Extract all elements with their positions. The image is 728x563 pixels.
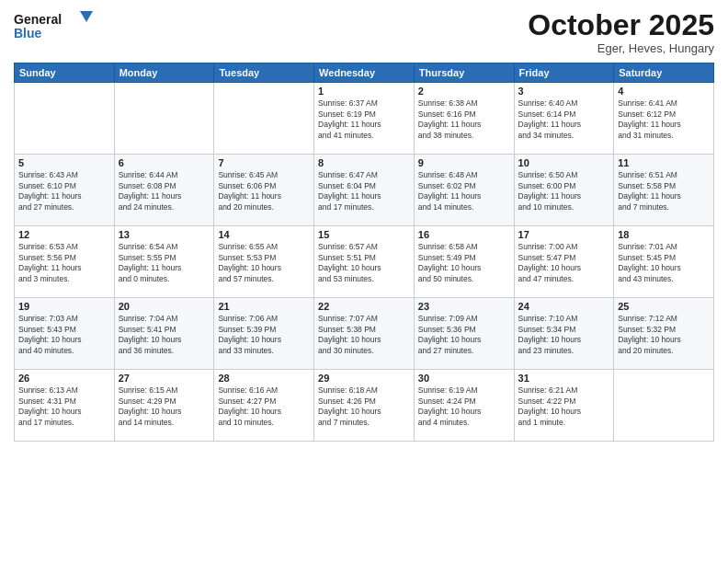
day-number: 11 — [618, 157, 710, 168]
day-info: Sunrise: 7:12 AM Sunset: 5:32 PM Dayligh… — [618, 314, 710, 356]
header-row: Sunday Monday Tuesday Wednesday Thursday… — [15, 63, 714, 83]
day-number: 12 — [18, 229, 110, 240]
day-info: Sunrise: 7:03 AM Sunset: 5:43 PM Dayligh… — [18, 314, 110, 356]
day-number: 2 — [418, 86, 510, 97]
calendar-cell: 8Sunrise: 6:47 AM Sunset: 6:04 PM Daylig… — [314, 155, 415, 226]
calendar-cell: 31Sunrise: 6:21 AM Sunset: 4:22 PM Dayli… — [514, 370, 614, 442]
day-number: 20 — [119, 301, 210, 312]
day-number: 10 — [518, 157, 610, 168]
logo-svg: General Blue — [14, 9, 97, 46]
calendar-cell: 17Sunrise: 7:00 AM Sunset: 5:47 PM Dayli… — [514, 226, 614, 298]
day-number: 3 — [518, 86, 610, 97]
day-number: 24 — [518, 301, 610, 312]
week-row-3: 19Sunrise: 7:03 AM Sunset: 5:43 PM Dayli… — [15, 298, 714, 370]
day-info: Sunrise: 6:57 AM Sunset: 5:51 PM Dayligh… — [318, 242, 410, 284]
day-info: Sunrise: 6:54 AM Sunset: 5:55 PM Dayligh… — [119, 242, 210, 284]
logo: General Blue — [14, 9, 97, 46]
day-info: Sunrise: 6:41 AM Sunset: 6:12 PM Dayligh… — [618, 98, 710, 141]
day-info: Sunrise: 6:50 AM Sunset: 6:00 PM Dayligh… — [518, 170, 610, 213]
day-number: 26 — [18, 373, 110, 384]
calendar-cell: 23Sunrise: 7:09 AM Sunset: 5:36 PM Dayli… — [414, 298, 514, 370]
day-info: Sunrise: 6:21 AM Sunset: 4:22 PM Dayligh… — [518, 385, 610, 428]
day-number: 15 — [318, 229, 410, 240]
calendar-cell: 26Sunrise: 6:13 AM Sunset: 4:31 PM Dayli… — [15, 370, 115, 442]
day-info: Sunrise: 6:16 AM Sunset: 4:27 PM Dayligh… — [218, 385, 310, 428]
header: General Blue October 2025 Eger, Heves, H… — [14, 9, 714, 55]
day-number: 21 — [218, 301, 310, 312]
calendar-cell: 6Sunrise: 6:44 AM Sunset: 6:08 PM Daylig… — [114, 155, 214, 226]
calendar-cell: 11Sunrise: 6:51 AM Sunset: 5:58 PM Dayli… — [614, 155, 714, 226]
day-info: Sunrise: 6:55 AM Sunset: 5:53 PM Dayligh… — [218, 242, 310, 284]
col-wednesday: Wednesday — [314, 63, 415, 83]
day-info: Sunrise: 7:09 AM Sunset: 5:36 PM Dayligh… — [418, 314, 510, 356]
calendar-cell: 29Sunrise: 6:18 AM Sunset: 4:26 PM Dayli… — [314, 370, 415, 442]
day-number: 17 — [518, 229, 610, 240]
day-info: Sunrise: 6:47 AM Sunset: 6:04 PM Dayligh… — [318, 170, 410, 213]
calendar-cell — [114, 83, 214, 155]
day-number: 7 — [218, 157, 310, 168]
day-info: Sunrise: 6:15 AM Sunset: 4:29 PM Dayligh… — [119, 385, 210, 428]
calendar-cell: 3Sunrise: 6:40 AM Sunset: 6:14 PM Daylig… — [514, 83, 614, 155]
day-info: Sunrise: 6:43 AM Sunset: 6:10 PM Dayligh… — [18, 170, 110, 213]
day-info: Sunrise: 7:04 AM Sunset: 5:41 PM Dayligh… — [119, 314, 210, 356]
calendar-cell — [614, 370, 714, 442]
day-number: 5 — [18, 157, 110, 168]
calendar-cell: 1Sunrise: 6:37 AM Sunset: 6:19 PM Daylig… — [314, 83, 415, 155]
calendar-cell: 2Sunrise: 6:38 AM Sunset: 6:16 PM Daylig… — [414, 83, 514, 155]
day-info: Sunrise: 6:58 AM Sunset: 5:49 PM Dayligh… — [418, 242, 510, 284]
subtitle: Eger, Heves, Hungary — [528, 41, 714, 55]
day-info: Sunrise: 6:18 AM Sunset: 4:26 PM Dayligh… — [318, 385, 410, 428]
day-number: 14 — [218, 229, 310, 240]
day-info: Sunrise: 7:07 AM Sunset: 5:38 PM Dayligh… — [318, 314, 410, 356]
calendar-cell: 21Sunrise: 7:06 AM Sunset: 5:39 PM Dayli… — [214, 298, 314, 370]
day-number: 30 — [418, 373, 510, 384]
calendar-cell — [214, 83, 314, 155]
day-number: 13 — [119, 229, 210, 240]
day-number: 31 — [518, 373, 610, 384]
calendar-cell: 30Sunrise: 6:19 AM Sunset: 4:24 PM Dayli… — [414, 370, 514, 442]
calendar-cell: 25Sunrise: 7:12 AM Sunset: 5:32 PM Dayli… — [614, 298, 714, 370]
calendar-cell: 15Sunrise: 6:57 AM Sunset: 5:51 PM Dayli… — [314, 226, 415, 298]
week-row-4: 26Sunrise: 6:13 AM Sunset: 4:31 PM Dayli… — [15, 370, 714, 442]
calendar-cell: 9Sunrise: 6:48 AM Sunset: 6:02 PM Daylig… — [414, 155, 514, 226]
month-title: October 2025 — [528, 9, 714, 41]
day-number: 9 — [418, 157, 510, 168]
svg-text:General: General — [14, 12, 62, 27]
day-info: Sunrise: 6:53 AM Sunset: 5:56 PM Dayligh… — [18, 242, 110, 284]
calendar-cell: 19Sunrise: 7:03 AM Sunset: 5:43 PM Dayli… — [15, 298, 115, 370]
day-number: 4 — [618, 86, 710, 97]
col-thursday: Thursday — [414, 63, 514, 83]
calendar-cell — [15, 83, 115, 155]
col-tuesday: Tuesday — [214, 63, 314, 83]
day-info: Sunrise: 6:13 AM Sunset: 4:31 PM Dayligh… — [18, 385, 110, 428]
day-info: Sunrise: 6:40 AM Sunset: 6:14 PM Dayligh… — [518, 98, 610, 141]
calendar-table: Sunday Monday Tuesday Wednesday Thursday… — [14, 63, 714, 442]
svg-text:Blue: Blue — [14, 26, 42, 40]
title-block: October 2025 Eger, Heves, Hungary — [528, 9, 714, 55]
week-row-0: 1Sunrise: 6:37 AM Sunset: 6:19 PM Daylig… — [15, 83, 714, 155]
day-number: 27 — [119, 373, 210, 384]
calendar-cell: 14Sunrise: 6:55 AM Sunset: 5:53 PM Dayli… — [214, 226, 314, 298]
col-sunday: Sunday — [15, 63, 115, 83]
day-number: 22 — [318, 301, 410, 312]
week-row-1: 5Sunrise: 6:43 AM Sunset: 6:10 PM Daylig… — [15, 155, 714, 226]
calendar-cell: 24Sunrise: 7:10 AM Sunset: 5:34 PM Dayli… — [514, 298, 614, 370]
day-info: Sunrise: 7:06 AM Sunset: 5:39 PM Dayligh… — [218, 314, 310, 356]
calendar-cell: 13Sunrise: 6:54 AM Sunset: 5:55 PM Dayli… — [114, 226, 214, 298]
calendar-cell: 10Sunrise: 6:50 AM Sunset: 6:00 PM Dayli… — [514, 155, 614, 226]
day-info: Sunrise: 6:51 AM Sunset: 5:58 PM Dayligh… — [618, 170, 710, 213]
calendar-cell: 12Sunrise: 6:53 AM Sunset: 5:56 PM Dayli… — [15, 226, 115, 298]
day-info: Sunrise: 6:48 AM Sunset: 6:02 PM Dayligh… — [418, 170, 510, 213]
day-info: Sunrise: 7:00 AM Sunset: 5:47 PM Dayligh… — [518, 242, 610, 284]
calendar-cell: 27Sunrise: 6:15 AM Sunset: 4:29 PM Dayli… — [114, 370, 214, 442]
day-info: Sunrise: 6:38 AM Sunset: 6:16 PM Dayligh… — [418, 98, 510, 141]
day-info: Sunrise: 7:01 AM Sunset: 5:45 PM Dayligh… — [618, 242, 710, 284]
day-number: 16 — [418, 229, 510, 240]
page: General Blue October 2025 Eger, Heves, H… — [0, 0, 728, 563]
day-info: Sunrise: 6:45 AM Sunset: 6:06 PM Dayligh… — [218, 170, 310, 213]
day-number: 28 — [218, 373, 310, 384]
day-number: 8 — [318, 157, 410, 168]
col-monday: Monday — [114, 63, 214, 83]
day-info: Sunrise: 6:44 AM Sunset: 6:08 PM Dayligh… — [119, 170, 210, 213]
calendar-cell: 4Sunrise: 6:41 AM Sunset: 6:12 PM Daylig… — [614, 83, 714, 155]
